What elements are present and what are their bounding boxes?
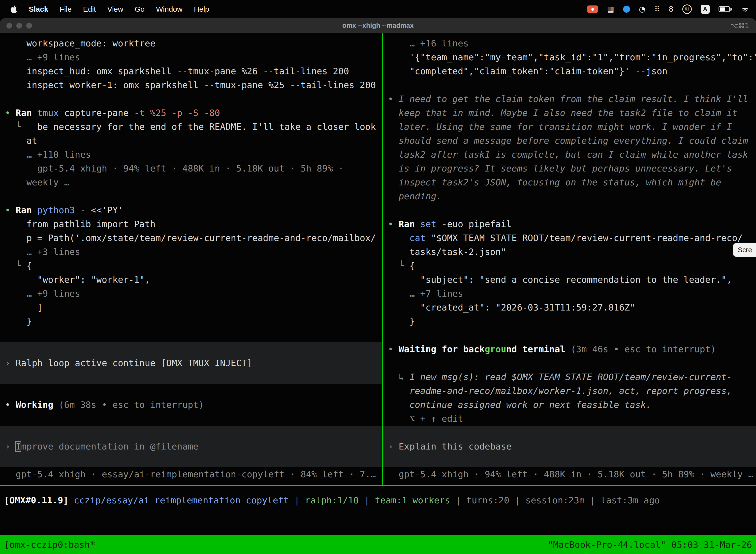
text-segment: '{"team_name":"my-team","task_id":"1","f… bbox=[388, 52, 756, 62]
figure-eight-icon[interactable]: 8 bbox=[669, 5, 674, 13]
terminal-line: … +16 lines bbox=[383, 37, 756, 50]
text-segment: session:23m bbox=[525, 495, 584, 505]
text-segment: • bbox=[5, 108, 16, 118]
tooltip-text: Scre bbox=[738, 246, 752, 254]
terminal-line: is in progress? It seems likely but perh… bbox=[383, 162, 756, 175]
terminal-line bbox=[383, 203, 756, 217]
apple-menu-icon[interactable] bbox=[10, 5, 17, 13]
text-segment: should send a message before completing … bbox=[388, 135, 748, 146]
text-segment: ↳ bbox=[388, 372, 410, 382]
terminal-line bbox=[383, 78, 756, 92]
terminal-line: inspect_worker-1: omx sparkshell --tmux-… bbox=[0, 78, 382, 92]
prompt-band[interactable]: › Explain this codebase bbox=[383, 426, 756, 467]
terminal-line: … +3 lines bbox=[0, 245, 382, 259]
battery-icon[interactable] bbox=[718, 6, 732, 12]
text-segment: is in progress? It seems likely but perh… bbox=[388, 163, 732, 173]
text-segment: inspect_hud: omx sparkshell --tmux-pane … bbox=[5, 66, 349, 76]
terminal-line bbox=[0, 189, 382, 203]
text-segment: set bbox=[420, 219, 442, 229]
menu-item-slack[interactable]: Slack bbox=[29, 5, 48, 13]
text-segment: └ bbox=[5, 122, 37, 132]
menu-item-file[interactable]: File bbox=[60, 5, 71, 13]
dots-grid-icon[interactable]: ⠿ bbox=[654, 5, 660, 13]
battery-gauge-icon[interactable]: 61 bbox=[682, 4, 692, 14]
terminal-line: should send a message before completing … bbox=[383, 134, 756, 148]
text-segment: I bbox=[16, 441, 21, 451]
terminal-line: inspect_hud: omx sparkshell --tmux-pane … bbox=[0, 64, 382, 78]
terminal-line bbox=[0, 412, 382, 426]
text-segment: { bbox=[26, 261, 32, 271]
terminal-line: • Waiting for background terminal (3m 46… bbox=[383, 342, 756, 356]
terminal-line: ] bbox=[0, 300, 382, 315]
terminal-line: keep that in mind. Maybe I also need the… bbox=[383, 106, 756, 120]
text-segment: p = Path('.omx/state/team/review-current… bbox=[5, 233, 376, 243]
text-segment: } bbox=[388, 316, 415, 326]
text-segment: capture-pane bbox=[64, 108, 134, 118]
battery-body bbox=[718, 6, 730, 12]
tmux-session-label: [omx-cczip0:bash* bbox=[4, 540, 95, 550]
text-segment: python3 bbox=[37, 205, 80, 215]
text-segment bbox=[388, 233, 410, 243]
prompt-band[interactable]: › Improve documentation in @filename bbox=[0, 426, 382, 467]
apple-logo-icon bbox=[10, 5, 17, 13]
text-segment: inspect task2's JSON, focusing on the st… bbox=[388, 177, 721, 187]
text-segment: Ran bbox=[16, 108, 37, 118]
menu-item-edit[interactable]: Edit bbox=[83, 5, 96, 13]
text-segment: "completed","claim_token":"claim-token"}… bbox=[388, 66, 668, 76]
menu-item-window[interactable]: Window bbox=[156, 5, 183, 13]
terminal-line: ↳ 1 new msg(s): read $OMX_TEAM_STATE_ROO… bbox=[383, 370, 756, 384]
terminal-line: … +9 lines bbox=[0, 287, 382, 300]
text-segment: "created_at": "2026-03-31T11:59:27.816Z" bbox=[388, 302, 635, 313]
terminal-line: ⌥ + ↑ edit bbox=[383, 412, 756, 426]
grid-icon[interactable]: ▦ bbox=[607, 5, 614, 13]
wifi-icon[interactable] bbox=[741, 6, 750, 13]
clock-disc-icon[interactable]: ◔ bbox=[639, 5, 645, 13]
terminal-pane-right[interactable]: … +16 lines '{"team_name":"my-team","tas… bbox=[383, 33, 756, 485]
text-segment: tmux bbox=[37, 108, 64, 118]
omx-status-pane[interactable]: [OMX#0.11.9] cczip/essay/ai-reimplementa… bbox=[0, 486, 756, 535]
terminal-pane-left[interactable]: workspace_mode: worktree … +9 lines insp… bbox=[0, 33, 382, 485]
text-segment: -t %25 -p -S -80 bbox=[134, 108, 220, 118]
zoom-button[interactable] bbox=[26, 23, 32, 29]
terminal-line bbox=[0, 384, 382, 398]
gauge-value: 61 bbox=[685, 7, 689, 11]
text-segment: [OMX#0.11.9] bbox=[4, 495, 74, 505]
text-segment: continue assigned work or next feasible … bbox=[388, 400, 651, 410]
terminal-line: • Working (6m 38s • esc to interrupt) bbox=[0, 398, 382, 412]
terminal-line: … +110 lines bbox=[0, 148, 382, 162]
text-segment: grou bbox=[485, 344, 506, 354]
text-segment: ] bbox=[5, 302, 43, 313]
text-segment: … +3 lines bbox=[5, 247, 80, 257]
menu-item-go[interactable]: Go bbox=[135, 5, 145, 13]
menu-item-view[interactable]: View bbox=[107, 5, 123, 13]
terminal-line: • I need to get the claim token from the… bbox=[383, 92, 756, 106]
text-segment: › bbox=[5, 358, 16, 368]
menu-left-group: Slack File Edit View Go Window Help bbox=[10, 5, 209, 13]
terminal-line bbox=[0, 328, 382, 342]
screen-recording-indicator-icon[interactable] bbox=[587, 5, 598, 13]
text-segment: (6m 38s • esc to interrupt) bbox=[59, 400, 204, 410]
blue-app-icon[interactable] bbox=[623, 6, 630, 13]
terminal-line: gpt-5.4 xhigh · 94% left · 488K in · 5.1… bbox=[383, 467, 756, 481]
terminal-line: weekly … bbox=[0, 175, 382, 189]
text-segment: pending. bbox=[388, 191, 442, 201]
text-segment: • bbox=[388, 344, 398, 354]
input-source-icon[interactable]: A bbox=[701, 5, 710, 14]
terminal-line: pending. bbox=[383, 189, 756, 203]
prompt-band[interactable]: › Ralph loop active continue [OMX_TMUX_I… bbox=[0, 342, 382, 384]
tmux-status-bar: [omx-cczip0:bash* "MacBook-Pro-44.local"… bbox=[0, 535, 756, 554]
text-segment: gpt-5.4 xhigh · 94% left · 488K in · 5.1… bbox=[5, 163, 343, 173]
menu-status-icons: ▦ ◔ ⠿ 8 61 A bbox=[587, 4, 750, 14]
text-segment: -euo pipefail bbox=[442, 219, 512, 229]
window-title-bar: omx --xhigh --madmax ⌥⌘1 bbox=[0, 18, 756, 33]
terminal-line: task2 after task1 is complete, but can I… bbox=[383, 148, 756, 162]
terminal-line: • Ran python3 - <<'PY' bbox=[0, 203, 382, 217]
text-segment: › bbox=[5, 441, 16, 451]
menu-item-help[interactable]: Help bbox=[194, 5, 209, 13]
close-button[interactable] bbox=[6, 23, 12, 29]
text-segment: tasks/task-2.json" bbox=[388, 247, 506, 257]
minimize-button[interactable] bbox=[16, 23, 22, 29]
text-segment: (3m 46s • esc to interrupt) bbox=[571, 344, 716, 354]
terminal-line: } bbox=[0, 315, 382, 328]
tmux-panes-area: workspace_mode: worktree … +9 lines insp… bbox=[0, 33, 756, 485]
